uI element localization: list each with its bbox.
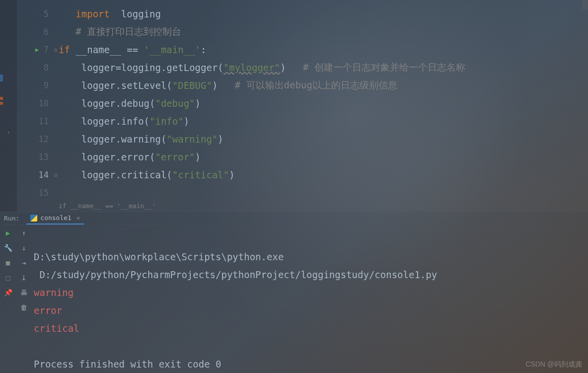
gutter-line[interactable]: 6 — [17, 23, 55, 41]
run-body: ▶ 🔧 ■ ⬚ 📌 ↑ ↓ ⇥ ⤓ 🖶 🗑 D:\study\python\wo… — [0, 225, 588, 373]
gutter-line[interactable]: 5 — [17, 5, 55, 23]
token: if — [59, 44, 75, 55]
token: # 可以输出debug以上的日志级别信息 — [235, 79, 397, 92]
wrench-icon[interactable]: 🔧 — [4, 244, 12, 252]
run-toolbar-right: ↑ ↓ ⇥ ⤓ 🖶 🗑 — [16, 225, 32, 373]
token: = — [115, 62, 121, 73]
console-error-line: critical — [34, 323, 79, 334]
token: ) — [229, 169, 234, 180]
code-line[interactable]: if __name__ == '__main__': — [55, 41, 588, 59]
token: ) — [195, 151, 201, 162]
chevron-right-icon[interactable]: › — [7, 129, 10, 136]
token: "warning" — [166, 134, 218, 145]
print-icon[interactable]: 🖶 — [20, 289, 27, 297]
code-line[interactable]: logger.info("info") — [55, 112, 588, 130]
code-line[interactable]: logger.debug("debug") — [55, 94, 588, 112]
console-line: D:\study\python\workplace\Scripts\python… — [34, 251, 290, 262]
code-line[interactable]: logger.error("error") — [55, 148, 588, 166]
up-icon[interactable]: ↑ — [22, 229, 26, 237]
marker-stripe — [0, 102, 3, 105]
code-line[interactable]: # 直接打印日志到控制台 — [55, 23, 588, 41]
gutter-line[interactable]: 15 — [17, 184, 55, 202]
console-error-line: warning — [34, 287, 74, 298]
token: logger.error( — [81, 151, 155, 162]
pin-icon[interactable]: 📌 — [4, 289, 12, 297]
token: logger.debug( — [81, 98, 155, 109]
run-label: Run: — [4, 215, 19, 222]
console-line: D:/study/python/PycharmProjects/pythonPr… — [34, 269, 437, 280]
line-gutter: 567▶⊟891011121314⊟15 — [17, 0, 55, 212]
token: logger — [81, 62, 116, 73]
python-icon — [30, 215, 37, 222]
token: "critical" — [172, 169, 229, 180]
down-icon[interactable]: ↓ — [22, 244, 26, 252]
token: __name__ == — [75, 44, 144, 55]
scroll-end-icon[interactable]: ⤓ — [21, 274, 27, 282]
token: "mylogger" — [223, 62, 280, 73]
console-output[interactable]: D:\study\python\workplace\Scripts\python… — [32, 225, 588, 373]
gutter-line[interactable]: 12 — [17, 130, 55, 148]
editor-area: › 567▶⊟891011121314⊟15 import logging # … — [0, 0, 588, 212]
run-gutter-icon[interactable]: ▶ — [35, 46, 39, 53]
gutter-line[interactable]: 9 — [17, 76, 55, 94]
console-error-line: error — [34, 305, 62, 316]
run-toolbar-left: ▶ 🔧 ■ ⬚ 📌 — [0, 225, 16, 373]
token: logger.warning( — [81, 134, 167, 145]
code-line[interactable] — [55, 184, 588, 202]
code-area[interactable]: import logging # 直接打印日志到控制台if __name__ =… — [55, 0, 588, 212]
soft-wrap-icon[interactable]: ⇥ — [22, 259, 26, 267]
error-stripe-map[interactable] — [582, 0, 588, 10]
run-panel: Run: console1 × ▶ 🔧 ■ ⬚ 📌 ↑ ↓ ⇥ ⤓ 🖶 🗑 D:… — [0, 212, 588, 373]
token: logger.setLevel( — [81, 80, 172, 91]
gutter-line[interactable]: 11 — [17, 112, 55, 130]
gutter-line[interactable]: 14⊟ — [17, 166, 55, 184]
token: logger.info( — [81, 116, 149, 127]
token: import — [75, 8, 115, 19]
gutter-line[interactable]: 13 — [17, 148, 55, 166]
run-header: Run: console1 × — [0, 212, 588, 225]
breadcrumb[interactable]: if __name__ == '__main__' — [59, 200, 156, 212]
code-line[interactable]: logger=logging.getLogger("mylogger") # 创… — [55, 59, 588, 76]
token: "info" — [149, 116, 184, 127]
code-line[interactable]: logger.critical("critical") — [55, 166, 588, 184]
token: ) — [184, 116, 189, 127]
token: # 创建一个日志对象并给一个日志名称 — [303, 61, 465, 74]
token: ) — [218, 134, 223, 145]
token: ) — [212, 80, 235, 91]
rerun-icon[interactable]: ▶ — [6, 229, 10, 237]
token: : — [201, 44, 206, 55]
stop-icon[interactable]: ■ — [6, 259, 10, 267]
close-icon[interactable]: × — [76, 215, 80, 222]
token: "DEBUG" — [172, 80, 212, 91]
code-line[interactable]: import logging — [55, 5, 588, 23]
token: logging — [115, 8, 161, 19]
gutter-line[interactable]: 8 — [17, 59, 55, 76]
token: ) — [195, 98, 201, 109]
token: logger.critical( — [81, 169, 172, 180]
code-line[interactable]: logger.warning("warning") — [55, 130, 588, 148]
marker-stripe — [0, 97, 3, 100]
token: '__main__' — [144, 44, 201, 55]
console-exit-line: Process finished with exit code 0 — [34, 359, 221, 370]
token: ) — [280, 62, 303, 73]
marker-stripe — [0, 75, 3, 81]
layout-icon[interactable]: ⬚ — [6, 274, 10, 282]
gutter-line[interactable]: 10 — [17, 94, 55, 112]
trash-icon[interactable]: 🗑 — [20, 303, 27, 311]
token: # 直接打印日志到控制台 — [75, 25, 181, 38]
code-line[interactable]: logger.setLevel("DEBUG") # 可以输出debug以上的日… — [55, 76, 588, 94]
token: "debug" — [155, 98, 195, 109]
run-tab-label: console1 — [40, 214, 72, 222]
run-tab[interactable]: console1 × — [26, 212, 84, 224]
token: "error" — [155, 151, 195, 162]
project-tool-sidebar: › — [0, 0, 17, 212]
token: logging.getLogger( — [121, 62, 223, 73]
watermark: CSDN @码到成龚 — [525, 360, 582, 369]
gutter-line[interactable]: 7▶⊟ — [17, 41, 55, 59]
